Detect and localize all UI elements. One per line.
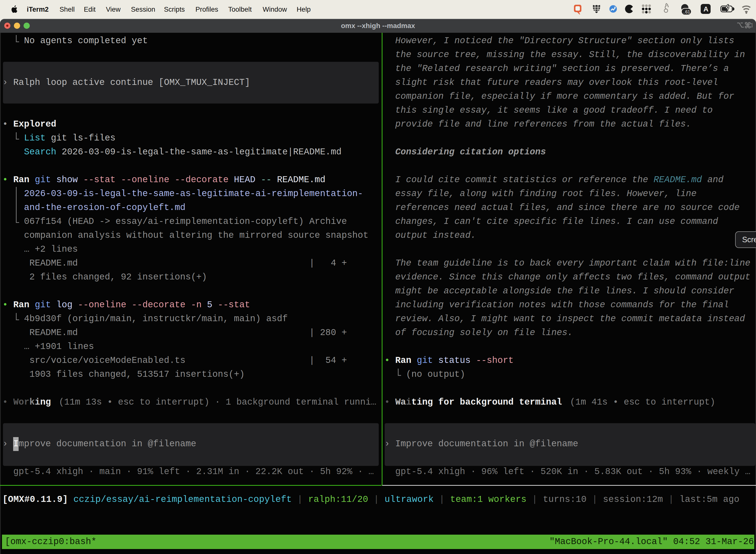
svg-text:A: A bbox=[703, 5, 708, 13]
svg-text:..61: ..61 bbox=[683, 9, 690, 14]
svg-text:1: 1 bbox=[750, 22, 753, 28]
